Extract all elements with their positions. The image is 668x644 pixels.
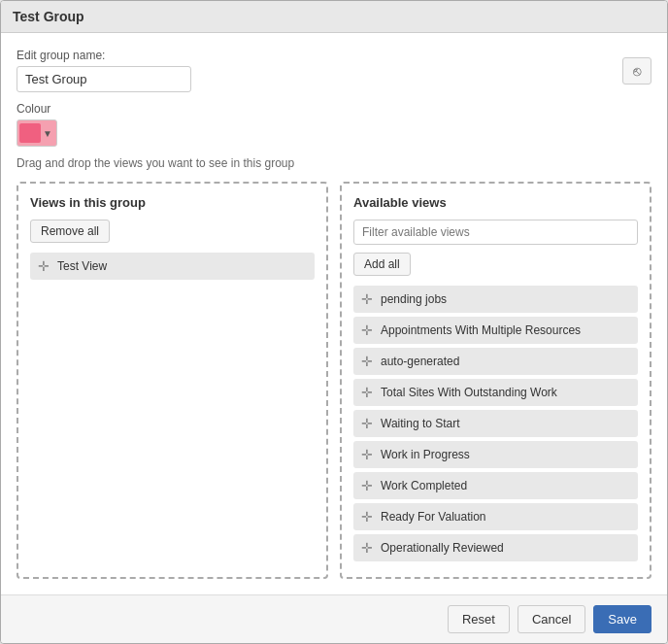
- drag-handle-icon: ✛: [361, 291, 373, 307]
- view-item-label: Total Sites With Outstanding Work: [381, 386, 557, 399]
- drag-handle-icon: ✛: [38, 258, 50, 274]
- view-item-label: Ready For Valuation: [381, 510, 486, 524]
- view-item-label: auto-generated: [381, 355, 459, 368]
- add-all-button[interactable]: Add all: [353, 253, 411, 276]
- available-views-title: Available views: [353, 195, 638, 210]
- list-item[interactable]: ✛Ready For Valuation: [353, 503, 638, 530]
- drag-handle-icon: ✛: [361, 478, 373, 493]
- drag-handle-icon: ✛: [361, 416, 373, 431]
- drag-handle-icon: ✛: [361, 322, 373, 338]
- colour-swatch: [19, 123, 41, 143]
- view-item-label: Operationally Reviewed: [381, 541, 504, 555]
- views-in-group-list: ✛Test View: [30, 253, 315, 280]
- list-item[interactable]: ✛Total Sites With Outstanding Work: [353, 379, 638, 406]
- colour-label: Colour: [17, 102, 651, 116]
- main-window: Test Group Edit group name: ⎋ Colour ▼ D…: [0, 0, 668, 644]
- view-item-label: Appointments With Multiple Resources: [381, 323, 581, 337]
- group-name-input[interactable]: [17, 66, 191, 92]
- save-button[interactable]: Save: [593, 605, 651, 633]
- edit-group-name-label: Edit group name:: [17, 49, 191, 62]
- drag-handle-icon: ✛: [361, 385, 373, 400]
- available-views-panel: Available views Add all ✛pending jobs✛Ap…: [340, 182, 651, 579]
- name-row: Edit group name: ⎋: [17, 49, 651, 92]
- list-item[interactable]: ✛Appointments With Multiple Resources: [353, 317, 638, 344]
- list-item[interactable]: ✛Work in Progress: [353, 441, 638, 468]
- drag-hint: Drag and drop the views you want to see …: [17, 156, 651, 170]
- name-field-group: Edit group name:: [17, 49, 191, 92]
- colour-picker-button[interactable]: ▼: [17, 119, 57, 147]
- views-in-group-panel: Views in this group Remove all ✛Test Vie…: [17, 182, 328, 579]
- cancel-button[interactable]: Cancel: [518, 605, 585, 633]
- view-item-label: Work in Progress: [381, 448, 470, 461]
- share-button[interactable]: ⎋: [622, 57, 651, 85]
- list-item[interactable]: ✛Test View: [30, 253, 315, 280]
- colour-section: Colour ▼: [17, 102, 651, 147]
- views-in-group-title: Views in this group: [30, 195, 315, 210]
- share-icon: ⎋: [633, 63, 641, 79]
- drag-handle-icon: ✛: [361, 447, 373, 462]
- view-item-label: pending jobs: [381, 292, 447, 306]
- list-item[interactable]: ✛pending jobs: [353, 286, 638, 313]
- window-title: Test Group: [13, 9, 84, 24]
- list-item[interactable]: ✛auto-generated: [353, 348, 638, 375]
- view-item-label: Work Completed: [381, 479, 467, 492]
- drag-handle-icon: ✛: [361, 509, 373, 525]
- view-item-label: Waiting to Start: [381, 417, 460, 430]
- reset-button[interactable]: Reset: [448, 605, 510, 633]
- filter-input[interactable]: [353, 220, 638, 245]
- list-item[interactable]: ✛Waiting to Start: [353, 410, 638, 437]
- colour-arrow-icon: ▼: [43, 128, 52, 139]
- footer: Reset Cancel Save: [1, 594, 667, 643]
- title-bar: Test Group: [1, 1, 667, 33]
- available-views-list: ✛pending jobs✛Appointments With Multiple…: [353, 286, 638, 565]
- panels-row: Views in this group Remove all ✛Test Vie…: [17, 182, 651, 579]
- remove-all-button[interactable]: Remove all: [30, 220, 110, 243]
- list-item[interactable]: ✛Operationally Reviewed: [353, 534, 638, 561]
- content-area: Edit group name: ⎋ Colour ▼ Drag and dro…: [1, 33, 667, 594]
- drag-handle-icon: ✛: [361, 354, 373, 369]
- list-item[interactable]: ✛Work Completed: [353, 472, 638, 499]
- view-item-label: Test View: [57, 259, 107, 273]
- drag-handle-icon: ✛: [361, 540, 373, 556]
